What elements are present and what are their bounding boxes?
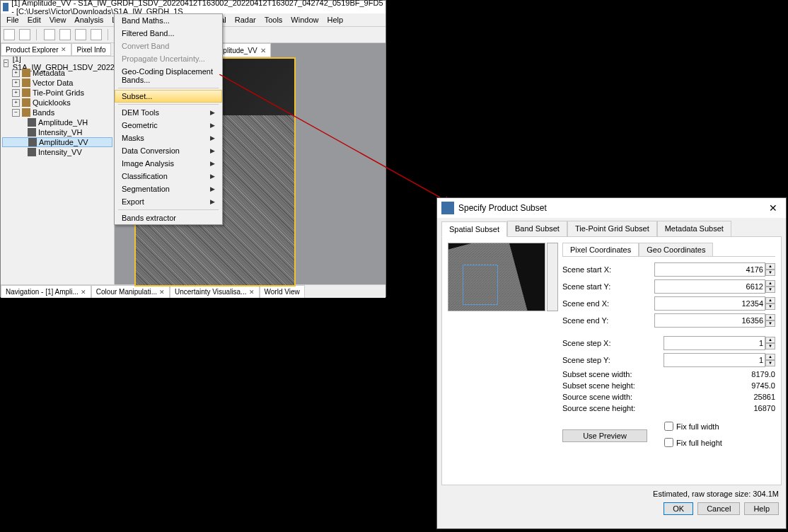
input-scene-end-y[interactable] [654,313,765,328]
menu-tools[interactable]: Tools [260,14,287,25]
tab-spatial-subset[interactable]: Spatial Subset [441,221,507,237]
menu-radar[interactable]: Radar [231,14,260,25]
selection-rect[interactable] [463,265,498,305]
band-node-selected[interactable]: Amplitude_VV [39,138,88,146]
menu-item-classification[interactable]: Classification▶ [115,170,222,183]
tab-uncertainty[interactable]: Uncertainty Visualisa...✕ [170,285,260,298]
menu-item-convert-band: Convert Band [115,40,222,52]
label-scene-step-y: Scene step Y: [562,356,654,364]
tab-navigation[interactable]: Navigation - [1] Ampli...✕ [1,285,91,298]
menu-help[interactable]: Help [323,14,347,25]
dialog-title: Specify Product Subset [458,203,547,213]
label-subset-width: Subset scene width: [562,370,654,378]
close-button[interactable]: ✕ [765,202,782,214]
divider [108,29,110,40]
menu-edit[interactable]: Edit [23,14,45,25]
collapse-icon[interactable]: − [12,109,20,117]
checkbox-fix-height[interactable] [664,438,673,447]
dialog-titlebar: Specify Product Subset ✕ [437,198,786,218]
input-scene-start-x[interactable] [654,262,765,277]
label-fix-width: Fix full width [676,422,719,431]
menu-item-band-maths[interactable]: Band Maths... [115,14,222,27]
tree-node[interactable]: Metadata [33,69,65,77]
tab-colour-manip[interactable]: Colour Manipulati...✕ [91,285,170,298]
snap-main-window: [1] Amplitude_VV - S1A_IW_GRDH_1SDV_2022… [0,0,386,297]
menu-item-dem-tools[interactable]: DEM Tools▶ [115,106,222,119]
tab-geo-coords[interactable]: Geo Coordinates [639,243,713,256]
band-node[interactable]: Intensity_VH [38,128,82,137]
menu-item-image-analysis[interactable]: Image Analysis▶ [115,157,222,170]
close-icon[interactable]: ✕ [249,289,255,296]
expand-icon[interactable]: + [12,69,20,77]
menu-view[interactable]: View [45,14,71,25]
tab-pixel-coords[interactable]: Pixel Coordinates [562,243,639,256]
toolbar-icon[interactable] [75,29,86,40]
close-icon[interactable]: ✕ [159,289,165,296]
label-scene-end-y: Scene end Y: [562,316,654,325]
help-button[interactable]: Help [744,502,779,515]
cancel-button[interactable]: Cancel [697,502,740,515]
spinner[interactable]: ▲▼ [765,280,775,293]
menu-item-geometric[interactable]: Geometric▶ [115,119,222,132]
spinner[interactable]: ▲▼ [765,263,775,276]
menu-item-data-conversion[interactable]: Data Conversion▶ [115,144,222,157]
input-scene-start-y[interactable] [654,279,765,294]
expand-icon[interactable]: + [12,89,20,97]
input-scene-step-x[interactable] [664,336,765,350]
toolbar-icon[interactable] [19,29,30,40]
toolbar-icon[interactable] [91,29,102,40]
tab-band-subset[interactable]: Band Subset [507,221,567,236]
spinner[interactable]: ▲▼ [765,297,775,310]
ok-button[interactable]: OK [664,502,693,515]
band-icon [28,148,36,156]
close-icon[interactable]: ✕ [61,46,66,53]
expand-icon[interactable]: + [12,79,20,87]
close-icon[interactable]: ✕ [81,289,86,296]
spinner[interactable]: ▲▼ [765,314,775,327]
preview-thumbnail[interactable] [448,243,545,311]
label-scene-start-x: Scene start X: [562,265,654,274]
menu-item-masks[interactable]: Masks▶ [115,132,222,144]
tab-pixel-info[interactable]: Pixel Info [71,43,110,56]
menu-file[interactable]: File [2,14,23,25]
title-bar: [1] Amplitude_VV - S1A_IW_GRDH_1SDV_2022… [1,1,386,13]
band-icon [28,138,37,146]
tab-worldview[interactable]: World View [260,285,305,298]
collapse-icon[interactable]: − [4,59,8,67]
tab-product-explorer[interactable]: Product Explorer✕ [1,43,71,56]
checkbox-fix-width[interactable] [664,422,673,431]
menu-item-segmentation[interactable]: Segmentation▶ [115,183,222,195]
menu-item-geocoding[interactable]: Geo-Coding Displacement Bands... [115,65,222,86]
expand-icon[interactable]: + [12,99,20,107]
toolbar-icon[interactable] [44,29,55,40]
menu-item-subset[interactable]: Subset... [115,90,222,103]
tree-node[interactable]: Quicklooks [33,98,71,107]
submenu-arrow-icon: ▶ [210,198,215,205]
spinner[interactable]: ▲▼ [765,354,775,366]
tree-node[interactable]: Vector Data [33,79,73,87]
folder-icon [22,108,30,117]
toolbar-icon[interactable] [59,29,71,40]
tab-metadata-subset[interactable]: Metadata Subset [657,221,731,236]
band-node[interactable]: Intensity_VV [38,148,82,156]
menu-item-bands-extractor[interactable]: Bands extractor [115,212,222,224]
menu-window[interactable]: Window [286,14,323,25]
close-icon[interactable]: ✕ [260,47,266,54]
use-preview-button[interactable]: Use Preview [562,429,647,442]
band-node[interactable]: Amplitude_VH [38,118,88,127]
menu-item-export[interactable]: Export▶ [115,195,222,208]
scrollbar[interactable] [547,243,558,311]
folder-icon [22,79,30,87]
spinner[interactable]: ▲▼ [765,337,775,349]
input-scene-step-y[interactable] [664,353,765,367]
menu-item-filtered-band[interactable]: Filtered Band... [115,27,222,40]
tree-node[interactable]: Bands [33,108,54,117]
toolbar-icon[interactable] [4,29,15,40]
menu-analysis[interactable]: Analysis [70,14,108,25]
tab-tiepoint-subset[interactable]: Tie-Point Grid Subset [567,221,657,236]
menu-item-propagate-uncertainty: Propagate Uncertainty... [115,52,222,65]
separator [118,104,219,105]
input-scene-end-x[interactable] [654,296,765,311]
app-icon [3,3,8,11]
tree-node[interactable]: Tie-Point Grids [33,88,84,97]
